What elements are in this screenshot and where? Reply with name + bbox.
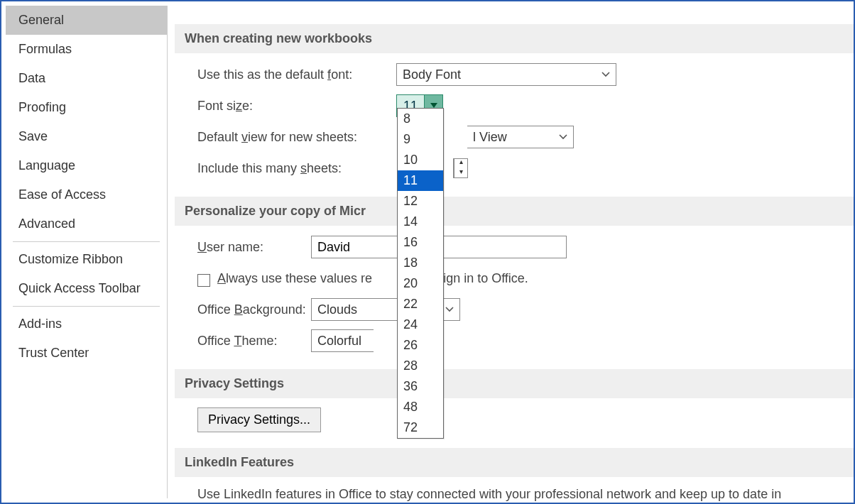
sidebar-item-label: Save — [18, 129, 48, 143]
sidebar-item-label: Trust Center — [18, 346, 89, 360]
sidebar-item-save[interactable]: Save — [6, 122, 167, 151]
sidebar-item-label: Ease of Access — [18, 187, 106, 202]
font-size-option[interactable]: 18 — [398, 253, 443, 273]
default-font-label: Use this as the default font: — [197, 67, 396, 82]
default-font-value: Body Font — [403, 67, 461, 82]
spinner-up-button[interactable]: ▴ — [454, 158, 467, 168]
font-size-option[interactable]: 12 — [398, 191, 443, 212]
username-label: User name: — [197, 240, 311, 255]
include-sheets-spinner[interactable]: ▴ ▾ — [453, 158, 468, 178]
font-size-option[interactable]: 9 — [398, 129, 443, 150]
default-font-combo[interactable]: Body Font — [396, 63, 616, 86]
section-header-privacy: Privacy Settings — [175, 369, 854, 398]
sidebar-item-formulas[interactable]: Formulas — [6, 35, 167, 64]
font-size-option-selected[interactable]: 11 — [398, 170, 443, 191]
sidebar-item-add-ins[interactable]: Add-ins — [6, 309, 167, 339]
sidebar-item-language[interactable]: Language — [6, 151, 167, 180]
font-size-option[interactable]: 26 — [398, 335, 443, 356]
always-use-values-checkbox[interactable] — [197, 274, 210, 287]
section-body-workbooks: Use this as the default font: Body Font … — [175, 53, 854, 190]
office-theme-label: Office Theme: — [197, 334, 311, 349]
chevron-down-icon — [559, 134, 567, 140]
sidebar-item-label: Language — [18, 158, 75, 172]
section-body-linkedin: Use LinkedIn features in Office to stay … — [175, 477, 854, 503]
sidebar-item-data[interactable]: Data — [6, 64, 167, 93]
font-size-option[interactable]: 16 — [398, 232, 443, 253]
sidebar-item-label: Proofing — [18, 100, 66, 114]
section-header-personalize: Personalize your copy of Micrffice — [175, 197, 854, 226]
font-size-option[interactable]: 24 — [398, 314, 443, 335]
sidebar-separator — [13, 306, 160, 307]
chevron-down-icon — [445, 307, 454, 312]
include-sheets-label: Include this many sheets: — [197, 161, 396, 176]
sidebar-separator — [13, 241, 160, 242]
sidebar-item-label: General — [18, 13, 64, 27]
font-size-option[interactable]: 10 — [398, 150, 443, 170]
section-title: When creating new workbooks — [185, 31, 372, 45]
sidebar-item-label: Customize Ribbon — [18, 252, 123, 266]
button-label: Privacy Settings... — [208, 412, 310, 427]
sidebar-item-label: Data — [18, 71, 45, 85]
section-header-workbooks: When creating new workbooks — [175, 24, 854, 53]
sidebar-item-label: Add-ins — [18, 317, 62, 331]
office-theme-value: Colorful — [317, 334, 361, 349]
font-size-option[interactable]: 14 — [398, 212, 443, 232]
section-header-linkedin: LinkedIn Features — [175, 448, 854, 477]
sidebar-item-proofing[interactable]: Proofing — [6, 93, 167, 122]
section-body-privacy: Privacy Settings... — [175, 398, 854, 441]
linkedin-description: Use LinkedIn features in Office to stay … — [197, 487, 781, 502]
chevron-down-icon — [601, 72, 610, 77]
sidebar-item-label: Quick Access Toolbar — [18, 281, 141, 295]
office-background-value: Clouds — [317, 302, 357, 317]
font-size-option[interactable]: 48 — [398, 397, 443, 417]
section-body-personalize: User name: Always use these values re of… — [175, 226, 854, 362]
sidebar-item-advanced[interactable]: Advanced — [6, 209, 167, 239]
options-content-panel: When creating new workbooks Use this as … — [175, 6, 854, 503]
sidebar-item-ease-of-access[interactable]: Ease of Access — [6, 180, 167, 209]
font-size-option[interactable]: 28 — [398, 356, 443, 376]
sidebar-item-trust-center[interactable]: Trust Center — [6, 339, 167, 368]
font-size-option[interactable]: 72 — [398, 417, 443, 438]
default-view-combo[interactable]: l View — [467, 126, 574, 148]
default-view-value: l View — [473, 130, 507, 145]
always-use-values-label: Always use these values re of sign in to… — [217, 271, 528, 286]
office-theme-combo[interactable]: Colorful — [311, 329, 374, 352]
font-size-dropdown-list[interactable]: 8 9 10 11 12 14 16 18 20 22 24 26 28 36 … — [397, 108, 444, 439]
section-title: LinkedIn Features — [185, 455, 294, 469]
font-size-option[interactable]: 20 — [398, 273, 443, 294]
options-category-sidebar: General Formulas Data Proofing Save Lang… — [6, 6, 168, 498]
sidebar-item-customize-ribbon[interactable]: Customize Ribbon — [6, 245, 167, 274]
default-view-label: Default view for new sheets: — [197, 130, 396, 145]
sidebar-item-label: Advanced — [18, 217, 75, 231]
office-background-label: Office Background: — [197, 302, 311, 317]
sidebar-item-general[interactable]: General — [6, 6, 167, 35]
spinner-down-button[interactable]: ▾ — [454, 168, 467, 178]
privacy-settings-button[interactable]: Privacy Settings... — [197, 407, 321, 432]
sidebar-item-label: Formulas — [18, 42, 72, 56]
sidebar-item-quick-access-toolbar[interactable]: Quick Access Toolbar — [6, 274, 167, 303]
font-size-option[interactable]: 8 — [398, 109, 443, 129]
section-title: Privacy Settings — [185, 376, 284, 390]
excel-options-dialog: General Formulas Data Proofing Save Lang… — [0, 0, 855, 504]
font-size-option[interactable]: 36 — [398, 376, 443, 397]
font-size-label: Font size: — [197, 99, 396, 114]
font-size-option[interactable]: 22 — [398, 294, 443, 314]
